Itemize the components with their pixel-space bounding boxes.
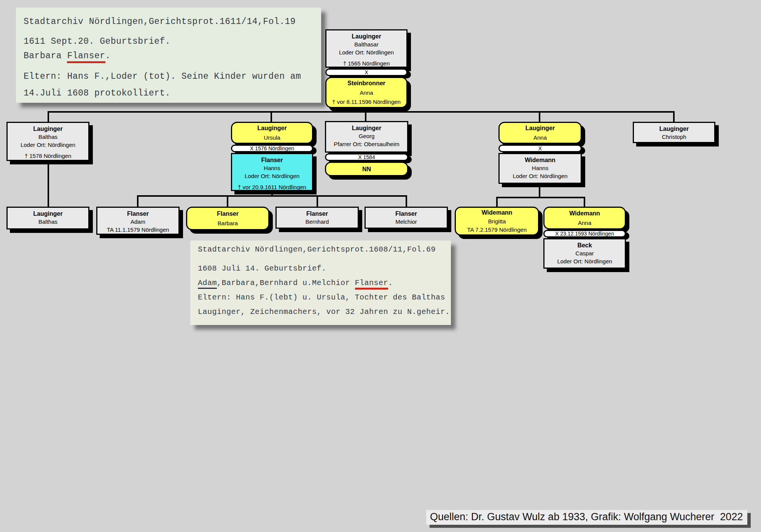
person-card-lauginger-balthas-sr: Lauginger Balthas Loder Ort: Nördlingen … [6, 122, 89, 161]
occupation-line: Loder Ort: Nördlingen [557, 257, 612, 265]
surname: Lauginger [257, 124, 287, 132]
marriage-pill-anna-widemann: X [498, 145, 582, 152]
occupation-line: Pfarrer Ort: Obersaulheim [334, 140, 400, 148]
surname: Lauginger [33, 210, 62, 218]
person-card-flanser-hanns: Flanser Hanns Loder Ort: Nördlingen † vo… [231, 153, 313, 191]
tree-connector-line [539, 184, 540, 198]
surname: Widemann [525, 156, 556, 164]
occupation-line: Loder Ort: Nördlingen [21, 141, 75, 149]
doc-line: 1608 Juli 14. Geburtsbrief. [198, 264, 326, 273]
given-name: Christoph [662, 133, 686, 141]
person-card-beck-caspar: Beck Caspar Loder Ort: Nördlingen [543, 238, 626, 269]
person-card-flanser-barbara: Flanser Barbara [186, 207, 269, 230]
given-name: Hanns [264, 164, 280, 172]
doc-text-red-underline: Flanser [67, 51, 105, 63]
given-name: Brigitta [488, 217, 506, 225]
person-card-flanser-bernhard: Flanser Bernhard [275, 207, 359, 229]
marriage-pill-top: X [325, 68, 408, 76]
tree-connector-line [539, 113, 540, 122]
occupation-line: Loder Ort: Nördlingen [513, 172, 567, 180]
person-card-steinbronner-anna: Steinbronner Anna † vor 8.11.1596 Nördli… [325, 77, 408, 108]
given-name: Anna [578, 219, 591, 227]
surname: Lauginger [352, 124, 381, 132]
tree-connector-line [48, 161, 49, 207]
tree-connector-line [271, 113, 272, 122]
given-name: Anna [533, 134, 547, 142]
death-line: † 1578 Nördlingen [25, 152, 72, 160]
tree-connector-line [227, 197, 228, 207]
given-name: Adam [131, 218, 145, 226]
marriage-pill-georg-nn: X 1584 [325, 153, 408, 161]
person-card-flanser-melchior: Flanser Melchior [365, 207, 448, 229]
tree-connector-line [673, 113, 675, 122]
surname: Flanser [306, 210, 328, 218]
doc-text: Barbara [24, 51, 67, 61]
doc-line: 1611 Sept.20. Geburtsbrief. [24, 37, 170, 46]
tree-connector-line [48, 111, 675, 113]
tree-connector-line [137, 195, 407, 197]
person-card-widemann-brigitta: Widemann Brigitta TA 7.2.1579 Nördlingen [455, 207, 539, 236]
doc-line: Lauginger, Zeichenmachers, vor 32 Jahren… [198, 307, 450, 316]
doc-text-black-underline: Adam [198, 279, 217, 289]
baptism-line: TA 7.2.1579 Nördlingen [467, 226, 527, 234]
marriage-label: X 1584 [358, 154, 375, 160]
surname: Flanser [261, 156, 283, 164]
surname: Beck [577, 241, 592, 249]
given-name: Melchior [395, 218, 417, 226]
surname: Widemann [569, 209, 600, 217]
archive-note-1611: Stadtarchiv Nördlingen,Gerichtsprot.1611… [16, 8, 321, 103]
tree-connector-line [584, 198, 585, 207]
tree-connector-line [496, 197, 585, 198]
tree-connector-line [406, 197, 407, 207]
surname: Lauginger [352, 32, 381, 40]
marriage-label: X 1576 Nördlingen [250, 145, 294, 151]
given-name: Anna [360, 89, 373, 97]
surname: Widemann [482, 209, 513, 217]
surname: Lauginger [659, 125, 689, 133]
baptism-line: TA 11.1.1579 Nördlingen [107, 226, 169, 234]
surname: NN [362, 165, 371, 173]
surname: Flanser [217, 210, 239, 218]
surname: Flanser [127, 210, 149, 218]
occupation-line: Loder Ort: Nördlingen [245, 172, 299, 180]
doc-line: Eltern: Hans F.,Loder (tot). Seine Kinde… [24, 72, 301, 81]
given-name: Balthas [38, 133, 57, 141]
doc-line: Adam,Barbara,Bernhard u.Melchior Flanser… [198, 279, 393, 287]
surname: Lauginger [33, 125, 62, 133]
person-card-lauginger-balthasar: Lauginger Balthasar Loder Ort: Nördlinge… [325, 29, 408, 68]
doc-line: Barbara Flanser. [24, 51, 111, 61]
person-card-lauginger-anna: Lauginger Anna [498, 122, 582, 144]
given-name: Barbara [218, 219, 238, 227]
given-name: Georg [359, 132, 375, 140]
marriage-pill-ursula-flanser: X 1576 Nördlingen [231, 145, 313, 152]
surname: Flanser [395, 210, 417, 218]
tree-connector-line [496, 198, 498, 207]
given-name: Ursula [264, 134, 280, 142]
person-card-widemann-hanns: Widemann Hanns Loder Ort: Nördlingen [498, 153, 582, 184]
doc-text-red-underline: Flanser [355, 279, 388, 290]
given-name: Balthasar [354, 40, 378, 48]
person-card-lauginger-balthas-jr: Lauginger Balthas [6, 207, 89, 229]
doc-text: . [105, 51, 111, 61]
marriage-label: X [538, 145, 542, 151]
surname: Steinbronner [347, 79, 385, 87]
doc-line: 14.Juli 1608 protokolliert. [24, 88, 170, 98]
person-card-flanser-adam: Flanser Adam TA 11.1.1579 Nördlingen [96, 207, 180, 235]
doc-line: Eltern: Hans F.(lebt) u. Ursula, Tochter… [198, 293, 445, 302]
occupation-line: Loder Ort: Nördlingen [339, 48, 394, 56]
person-card-lauginger-georg: Lauginger Georg Pfarrer Ort: Obersaulhei… [325, 121, 408, 153]
surname: Lauginger [525, 124, 555, 132]
given-name: Caspar [575, 249, 594, 257]
credits-caption: Quellen: Dr. Gustav Wulz ab 1933, Grafik… [426, 510, 747, 525]
person-card-lauginger-christoph: Lauginger Christoph [633, 122, 715, 143]
genealogy-chart-canvas: Stadtarchiv Nördlingen,Gerichtsprot.1611… [0, 0, 761, 532]
death-line: † vor 20.9.1611 Nördlingen [238, 183, 306, 191]
marriage-pill-anna-beck: X 23.12.1593 Nördlingen [543, 230, 626, 237]
given-name: Balthas [38, 218, 57, 226]
doc-line: Stadtarchiv Nördlingen,Gerichtsprot.1611… [24, 17, 296, 27]
given-name: Hanns [532, 164, 548, 172]
archive-note-1608: Stadtarchiv Nördlingen,Gerichtsprot.1608… [190, 241, 451, 325]
tree-connector-line [365, 113, 366, 121]
given-name: Bernhard [306, 218, 329, 226]
tree-connector-line [48, 113, 49, 122]
